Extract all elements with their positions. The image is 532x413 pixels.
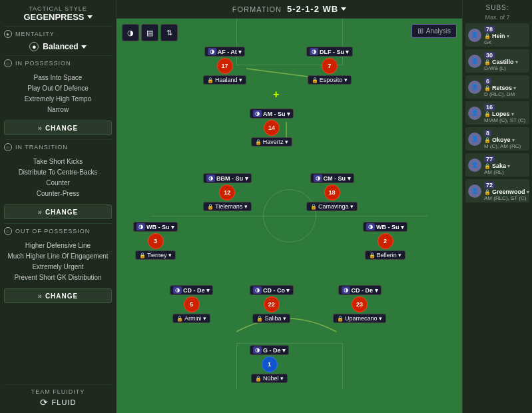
out-of-possession-change-button[interactable]: » CHANGE (4, 288, 112, 303)
position-badge-haaland[interactable]: ◑ AF - At ▾ (204, 47, 246, 57)
player-tielemans[interactable]: ◑ BBM - Su ▾ 12 🔒 Tielemans ▾ (203, 173, 252, 211)
in-transition-icon: ○ (4, 143, 12, 151)
change-arrows-icon: » (38, 208, 43, 216)
sub-number-castillo: 30 (484, 52, 495, 59)
in-transition-section-header: ○ IN TRANSITION (4, 139, 112, 151)
mentality-select[interactable]: Balanced (43, 42, 86, 51)
mentality-row[interactable]: ● Balanced (4, 42, 112, 51)
trait-high-tempo: Extremely High Tempo (4, 94, 112, 105)
player-name-saliba[interactable]: 🔒 Saliba ▾ (252, 314, 290, 323)
stats-icon-button[interactable]: ▤ (141, 24, 158, 41)
sub-avatar-okoye: 👤 (468, 133, 481, 146)
position-badge-nubel[interactable]: ◑ G - De ▾ (250, 345, 289, 355)
player-camavinga[interactable]: ◑ CM - Su ▾ 18 🔒 Camavinga ▾ (306, 173, 358, 211)
sub-card-okoye[interactable]: 👤 8 🔒 Okoye ▾ M (C), AM (RC) (465, 127, 529, 151)
sub-card-greenwood[interactable]: 👤 72 🔒 Greenwood ▾ AM (RLC), ST (C) (465, 179, 529, 203)
player-name-nubel[interactable]: 🔒 Nübel ▾ (251, 374, 288, 383)
trait-engagement-line: Much Higher Line Of Engagement (4, 251, 112, 262)
player-name-tierney[interactable]: 🔒 Tierney ▾ (135, 250, 176, 260)
position-badge-armini[interactable]: ◑ CD - De ▾ (170, 285, 213, 295)
position-badge-bellerin[interactable]: ◑ WB - Su ▾ (363, 222, 407, 232)
player-bellerin[interactable]: ◑ WB - Su ▾ 2 🔒 Bellerin ▾ (363, 222, 407, 260)
trait-prevent-short-gk: Prevent Short GK Distribution (4, 272, 112, 283)
player-armini[interactable]: ◑ CD - De ▾ 5 🔒 Armini ▾ (170, 285, 213, 323)
player-upamecano[interactable]: ◑ CD - De ▾ 23 🔒 Upamecano ▾ (333, 285, 386, 323)
position-badge-tielemans[interactable]: ◑ BBM - Su ▾ (203, 173, 252, 183)
sub-card-saka[interactable]: 👤 77 🔒 Saka ▾ AM (RL) (465, 153, 529, 177)
in-transition-change-button[interactable]: » CHANGE (4, 205, 112, 219)
chevron-down-icon (81, 45, 87, 49)
left-panel: TACTICAL STYLE GEGENPRESS ● MENTALITY ● … (0, 0, 117, 413)
sub-card-castillo[interactable]: 👤 30 🔒 Castillo ▾ D/WB (L) (465, 49, 529, 73)
sub-number-lopes: 16 (484, 104, 495, 111)
shirt-number-nubel: 1 (262, 356, 278, 372)
add-player-icon[interactable]: + (273, 89, 279, 101)
in-possession-icon: ○ (4, 59, 12, 67)
sub-name-retsos: Retsos (492, 85, 512, 91)
player-name-armini[interactable]: 🔒 Armini ▾ (172, 314, 210, 323)
change-arrows-icon: » (38, 292, 43, 300)
player-esposito[interactable]: ◑ DLF - Su ▾ 7 🔒 Esposito ▾ (306, 47, 353, 85)
sub-info-lopes: 16 🔒 Lopes ▾ M/AM (C), ST (C) (484, 103, 527, 123)
in-possession-change-button[interactable]: » CHANGE (4, 121, 112, 135)
player-name-bellerin[interactable]: 🔒 Bellerin ▾ (365, 250, 406, 260)
lock-icon: 🔒 (484, 137, 491, 143)
sub-avatar-hein: 👤 (468, 29, 481, 42)
player-name-haaland[interactable]: 🔒 Haaland ▾ (203, 75, 246, 85)
chevron-icon: ▾ (511, 111, 514, 117)
sub-info-okoye: 8 🔒 Okoye ▾ M (C), AM (RC) (484, 129, 527, 149)
sub-card-lopes[interactable]: 👤 16 🔒 Lopes ▾ M/AM (C), ST (C) (465, 101, 529, 125)
sub-card-retsos[interactable]: 👤 6 🔒 Retsos ▾ D (RLC), DM (465, 75, 529, 99)
lock-icon: 🔒 (139, 252, 146, 258)
chevron-icon: ▾ (512, 137, 515, 143)
in-transition-traits: Take Short Kicks Distribute To Centre-Ba… (4, 155, 112, 201)
player-nubel[interactable]: ◑ G - De ▾ 1 🔒 Nübel ▾ (250, 345, 289, 383)
position-badge-tierney[interactable]: ◑ WB - Su ▾ (133, 222, 178, 232)
sub-avatar-lopes: 👤 (468, 107, 481, 120)
center-panel: FORMATION 5-2-1-2 WB ◑ ▤ ⇅ ⊞ Analysis (117, 0, 462, 413)
sub-role-greenwood: AM (RLC), ST (C) (484, 195, 527, 201)
lock-icon: 🔒 (484, 59, 491, 65)
sub-name-okoye: Okoye (492, 137, 511, 143)
player-haaland[interactable]: ◑ AF - At ▾ 17 🔒 Haaland ▾ (203, 47, 246, 85)
trait-counter: Counter (4, 178, 112, 189)
tactic-icon-button[interactable]: ◑ (122, 24, 139, 41)
player-name-upamecano[interactable]: 🔒 Upamecano ▾ (333, 314, 386, 323)
chevron-icon: ▾ (507, 163, 510, 169)
player-name-tielemans[interactable]: 🔒 Tielemans ▾ (203, 202, 252, 211)
sub-info-castillo: 30 🔒 Castillo ▾ D/WB (L) (484, 51, 527, 71)
trait-higher-def-line: Higher Defensive Line (4, 240, 112, 251)
tactical-style-value[interactable]: GEGENPRESS (4, 12, 112, 22)
sub-name-greenwood: Greenwood (492, 189, 525, 195)
lock-icon: 🔒 (369, 252, 376, 258)
player-name-havertz[interactable]: 🔒 Havertz ▾ (251, 137, 293, 147)
sub-role-lopes: M/AM (C), ST (C) (484, 117, 527, 123)
trait-play-out-defence: Play Out Of Defence (4, 83, 112, 94)
lock-icon: 🔒 (310, 204, 317, 210)
player-name-esposito[interactable]: 🔒 Esposito ▾ (308, 75, 352, 85)
arrows-icon-button[interactable]: ⇅ (160, 24, 178, 41)
subs-header: SUBS: (465, 4, 529, 11)
position-badge-upamecano[interactable]: ◑ CD - De ▾ (338, 285, 382, 295)
fluidity-value: ⟳ Fluid (4, 397, 112, 408)
player-havertz[interactable]: ◑ AM - Su ▾ 14 🔒 Havertz ▾ (250, 109, 294, 147)
player-tierney[interactable]: ◑ WB - Su ▾ 3 🔒 Tierney ▾ (133, 222, 178, 260)
position-badge-havertz[interactable]: ◑ AM - Su ▾ (250, 109, 294, 119)
lock-icon: 🔒 (207, 77, 214, 83)
formation-value[interactable]: 5-2-1-2 WB (287, 4, 346, 14)
sub-card-hein[interactable]: 👤 78 🔒 Hein ▾ GK (465, 23, 529, 47)
pitch: ◑ ▤ ⇅ ⊞ Analysis ◑ AF - At ▾ 17 (117, 19, 462, 413)
lock-icon: 🔒 (176, 316, 183, 322)
position-badge-esposito[interactable]: ◑ DLF - Su ▾ (306, 47, 353, 57)
player-saliba[interactable]: ◑ CD - Co ▾ 22 🔒 Saliba ▾ (250, 285, 294, 323)
trait-narrow: Narrow (4, 105, 112, 115)
position-badge-camavinga[interactable]: ◑ CM - Su ▾ (310, 173, 354, 183)
player-name-camavinga[interactable]: 🔒 Camavinga ▾ (306, 202, 358, 211)
toolbar-icons: ◑ ▤ ⇅ (122, 24, 178, 41)
sub-avatar-retsos: 👤 (468, 81, 481, 94)
analysis-button[interactable]: ⊞ Analysis (411, 24, 457, 38)
position-badge-saliba[interactable]: ◑ CD - Co ▾ (250, 285, 294, 295)
sub-avatar-greenwood: 👤 (468, 185, 481, 198)
shirt-number-tierney: 3 (148, 233, 164, 249)
chevron-icon: ▾ (527, 189, 529, 195)
